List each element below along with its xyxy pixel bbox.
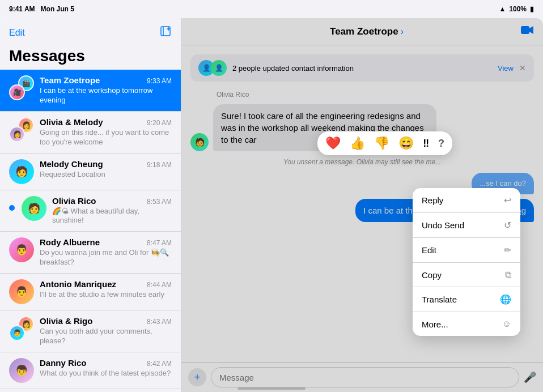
conv-item-olivia-melody[interactable]: 👩 👩 Olivia & Melody 9:20 AM Going on thi… [0,112,181,154]
conv-name-team-zoetrope: Team Zoetrope [40,75,100,85]
sidebar-header: Edit [0,18,181,45]
conv-item-antonio-manriquez[interactable]: 👨 Antonio Manriquez 8:44 AM I'll be at t… [0,274,181,310]
conv-name-melody-cheung: Melody Cheung [40,159,103,169]
unread-dot-olivia-rico [9,205,15,211]
avatar-rody-albuerne: 👨 [9,237,34,262]
conv-name-danny-rico: Danny Rico [40,358,87,368]
context-menu-copy-label: Copy [422,270,442,280]
conv-name-olivia-melody: Olivia & Melody [40,117,103,127]
avatar-olivia-rigo: 👩 👨 [9,316,34,341]
conv-time-rody-albuerne: 8:47 AM [147,239,172,247]
conv-item-olivia-rico[interactable]: 🧑 Olivia Rico 8:53 AM 🌈🌤 What a beautifu… [0,190,181,232]
avatar-antonio-manriquez: 👨 [9,279,34,304]
more-icon: ☺ [502,319,511,329]
conv-time-antonio-manriquez: 8:44 AM [147,281,172,289]
conv-preview-olivia-rigo: Can you both add your comments, please? [40,327,172,346]
edit-icon: ✏ [504,245,511,255]
avatar-olivia-rico: 🧑 [22,196,46,221]
context-menu-undo-send-label: Undo Send [422,220,464,230]
sidebar-title: Messages [0,45,181,70]
avatar-team-zoetrope: 🎬 🎥 [9,75,34,100]
conv-time-melody-cheung: 9:18 AM [147,161,172,169]
edit-button[interactable]: Edit [9,28,25,38]
app-container: Edit Messages 🎬 🎥 Team [0,18,543,392]
conv-item-olivia-rigo[interactable]: 👩 👨 Olivia & Rigo 8:43 AM Can you both a… [0,310,181,352]
conv-time-olivia-rico: 8:53 AM [147,198,172,206]
battery-icon: ▮ [530,5,534,13]
context-menu-undo-send[interactable]: Undo Send ↺ [413,213,520,238]
conversation-list: 🎬 🎥 Team Zoetrope 9:33 AM I can be at th… [0,70,181,392]
context-menu-reply-label: Reply [422,195,443,205]
conv-item-rody-albuerne[interactable]: 👨 Rody Albuerne 8:47 AM Do you wanna joi… [0,232,181,274]
conv-name-rody-albuerne: Rody Albuerne [40,237,100,247]
undo-send-icon: ↺ [504,220,511,231]
context-menu: Reply ↩ Undo Send ↺ Edit ✏ Copy ⧉ Transl… [413,188,520,336]
conv-name-antonio-manriquez: Antonio Manriquez [40,279,116,289]
reaction-thumbs-up[interactable]: 👍 [350,136,365,151]
avatar-melody-cheung: 🧑 [9,159,34,184]
conv-item-danny-rico[interactable]: 👦 Danny Rico 8:42 AM What do you think o… [0,352,181,389]
context-menu-edit-label: Edit [422,245,436,255]
context-menu-more-label: More... [422,319,448,329]
context-menu-reply[interactable]: Reply ↩ [413,188,520,213]
conv-item-rigo-rangel[interactable]: 👨 Rigo Rangel Thursday August 31, 2018 –… [0,389,181,392]
conv-name-olivia-rico: Olivia Rico [52,196,96,206]
context-menu-edit[interactable]: Edit ✏ [413,238,520,263]
battery-label: 100% [509,5,527,13]
conv-time-danny-rico: 8:42 AM [147,360,172,368]
conv-time-olivia-melody: 9:20 AM [147,119,172,127]
conv-item-team-zoetrope[interactable]: 🎬 🎥 Team Zoetrope 9:33 AM I can be at th… [0,70,181,112]
avatar-danny-rico: 👦 [9,358,34,383]
status-bar: 9:41 AM Mon Jun 5 ▲ 100% ▮ [0,0,543,18]
conv-preview-danny-rico: What do you think of the latest episode? [40,369,172,378]
sidebar: Edit Messages 🎬 🎥 Team [0,18,181,392]
conv-preview-team-zoetrope: I can be at the workshop tomorrow evenin… [40,86,172,105]
reaction-exclamation[interactable]: ‼ [423,138,429,150]
translate-icon: 🌐 [500,294,511,305]
reaction-laugh[interactable]: 😄 [398,136,414,151]
copy-icon: ⧉ [505,270,511,280]
reaction-thumbs-down[interactable]: 👎 [374,136,389,151]
compose-button[interactable] [159,25,172,40]
context-menu-more[interactable]: More... ☺ [413,312,520,336]
context-menu-copy[interactable]: Copy ⧉ [413,263,520,287]
chat-panel: Team Zoetrope › 👤 👤 2 people updated con… [181,18,543,392]
conv-preview-olivia-rico: 🌈🌤 What a beautiful day, sunshine! [52,207,172,226]
conv-preview-olivia-melody: Going on this ride... if you want to com… [40,128,172,147]
reaction-bar: ❤️ 👍 👎 😄 ‼ ? [317,131,452,155]
reply-icon: ↩ [504,195,511,206]
avatar-olivia-melody: 👩 👩 [9,117,34,142]
conv-name-olivia-rigo: Olivia & Rigo [40,316,92,326]
context-menu-translate-label: Translate [422,295,457,304]
wifi-icon: ▲ [499,5,506,13]
conv-preview-rody-albuerne: Do you wanna join me and Oli for 🧑‍🍳🔍 br… [40,248,172,267]
status-time: 9:41 AM [9,5,35,13]
reaction-question[interactable]: ? [438,138,444,150]
status-left: 9:41 AM Mon Jun 5 [9,5,74,13]
conv-time-team-zoetrope: 9:33 AM [147,77,172,85]
conv-item-melody-cheung[interactable]: 🧑 Melody Cheung 9:18 AM Requested Locati… [0,154,181,190]
status-right: ▲ 100% ▮ [499,5,534,13]
conv-preview-melody-cheung: Requested Location [40,170,172,180]
conv-preview-antonio-manriquez: I'll be at the studio a few minutes earl… [40,290,172,300]
conv-time-olivia-rigo: 8:43 AM [147,318,172,326]
status-date: Mon Jun 5 [41,5,74,13]
context-menu-translate[interactable]: Translate 🌐 [413,287,520,312]
reaction-heart[interactable]: ❤️ [325,136,341,151]
